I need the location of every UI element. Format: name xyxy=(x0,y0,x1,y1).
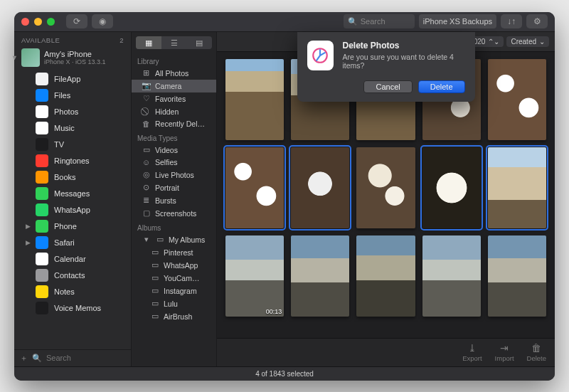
album-pinterest[interactable]: ▭Pinterest xyxy=(132,246,216,259)
sidebar-item-safari[interactable]: ▶Safari xyxy=(17,235,128,251)
photo-image xyxy=(356,147,415,228)
portrait-icon: ⊙ xyxy=(142,183,151,192)
sidebar-item-files[interactable]: Files xyxy=(17,88,128,104)
delete-button[interactable]: 🗑 Delete xyxy=(527,342,546,362)
confirm-delete-button[interactable]: Delete xyxy=(418,80,465,93)
photo-thumbnail[interactable] xyxy=(291,147,349,228)
photo-thumbnail[interactable] xyxy=(356,147,415,228)
category-recently-del-[interactable]: 🗑Recently Del… xyxy=(132,118,216,130)
toolbar-search[interactable]: 🔍 Search xyxy=(344,14,415,28)
device-row[interactable]: ▼ Amy's iPhone iPhone X · iOS 13.3.1 xyxy=(14,46,131,71)
sidebar-item-whatsapp[interactable]: WhatsApp xyxy=(17,202,128,218)
photo-image xyxy=(225,147,284,228)
sidebar-item-tv[interactable]: TV xyxy=(17,137,128,153)
album-lulu[interactable]: ▭Lulu xyxy=(132,297,216,310)
delete-confirm-dialog: Delete Photos Are you sure you want to d… xyxy=(297,32,475,102)
close-window-button[interactable] xyxy=(21,18,29,26)
category-label: All Photos xyxy=(155,69,188,78)
category-label: Camera xyxy=(155,82,181,90)
sidebar-item-messages[interactable]: Messages xyxy=(17,186,128,202)
app-window: ⟳ ◉ 🔍 Search iPhone XS Backups ↓↑ ⚙ AVAI… xyxy=(14,12,555,381)
sidebar-item-music[interactable]: Music xyxy=(17,120,128,137)
photo-thumbnail[interactable]: 00:13 xyxy=(225,235,284,317)
category-favorites[interactable]: ♡Favorites xyxy=(132,92,216,105)
photo-thumbnail[interactable] xyxy=(225,59,284,140)
albums-root[interactable]: ▾▭My Albums xyxy=(132,233,216,246)
export-button[interactable]: ⤓ Export xyxy=(462,342,482,362)
settings-button[interactable]: ⚙ xyxy=(526,14,548,28)
app-icon xyxy=(36,187,48,200)
photo-thumbnail[interactable] xyxy=(356,235,415,317)
available-label: AVAILABLE xyxy=(21,36,60,44)
category-live-photos[interactable]: ◎Live Photos xyxy=(132,169,216,181)
sort-dropdown[interactable]: Created ⌄ xyxy=(506,36,549,47)
category-sidebar: ▦ ☰ ▤ Library⊞All Photos📷Camera♡Favorite… xyxy=(132,32,217,366)
column-view-icon[interactable]: ▤ xyxy=(186,36,212,49)
import-button[interactable]: ⇥ Import xyxy=(495,342,514,362)
category-portrait[interactable]: ⊙Portrait xyxy=(132,181,216,194)
photo-image xyxy=(488,235,546,317)
sidebar-item-calendar[interactable]: Calendar xyxy=(17,251,128,267)
photo-thumbnail[interactable] xyxy=(422,147,481,228)
category-label: Live Photos xyxy=(155,171,194,179)
grid-view-icon[interactable]: ▦ xyxy=(136,36,161,49)
cancel-button[interactable]: Cancel xyxy=(363,80,412,93)
export-icon: ⤓ xyxy=(462,342,482,354)
app-icon xyxy=(36,203,48,216)
category-screenshots[interactable]: ▢Screenshots xyxy=(132,207,216,220)
photo-image xyxy=(488,59,546,140)
sidebar-item-notes[interactable]: Notes xyxy=(17,284,128,300)
category-bursts[interactable]: ≣Bursts xyxy=(132,194,216,207)
zoom-window-button[interactable] xyxy=(47,18,55,26)
category-hidden[interactable]: ⃠Hidden xyxy=(132,105,216,118)
photo-thumbnail[interactable] xyxy=(422,235,481,317)
app-icon xyxy=(36,236,48,249)
photo-thumbnail[interactable] xyxy=(488,235,546,317)
album-whatsapp[interactable]: ▭WhatsApp xyxy=(132,259,216,272)
sidebar-item-label: Photos xyxy=(54,107,78,116)
sidebar-item-label: Messages xyxy=(54,189,90,198)
photo-thumbnail[interactable] xyxy=(225,147,284,228)
album-label: Instagram xyxy=(164,287,197,295)
category-selfies[interactable]: ☺Selfies xyxy=(132,157,216,169)
sidebar-item-phone[interactable]: ▶Phone xyxy=(17,218,128,235)
app-list: FileAppFilesPhotosMusicTVRingtonesBooksM… xyxy=(14,71,131,349)
list-view-icon[interactable]: ☰ xyxy=(161,36,187,49)
sidebar-item-photos[interactable]: Photos xyxy=(17,104,128,120)
device-backups-dropdown[interactable]: iPhone XS Backups xyxy=(419,14,496,28)
sidebar-item-voice-memos[interactable]: Voice Memos xyxy=(17,300,128,317)
album-label: Lulu xyxy=(164,300,178,308)
photo-thumbnail[interactable] xyxy=(488,147,546,228)
camera-icon: 📷 xyxy=(142,81,151,90)
category-label: Recently Del… xyxy=(155,120,205,128)
album-airbrush[interactable]: ▭AirBrush xyxy=(132,310,216,323)
category-all-photos[interactable]: ⊞All Photos xyxy=(132,67,216,80)
heart-icon: ♡ xyxy=(142,94,151,103)
photo-thumbnail[interactable] xyxy=(488,59,546,140)
category-camera[interactable]: 📷Camera xyxy=(132,80,216,92)
album-instagram[interactable]: ▭Instagram xyxy=(132,285,216,297)
minimize-window-button[interactable] xyxy=(34,18,42,26)
preview-button[interactable]: ◉ xyxy=(92,14,113,28)
refresh-button[interactable]: ⟳ xyxy=(66,14,87,28)
add-button[interactable]: ＋ xyxy=(20,353,28,364)
chevron-down-icon: ▾ xyxy=(142,235,151,244)
sidebar-item-fileapp[interactable]: FileApp xyxy=(17,71,128,88)
view-mode-toggle[interactable]: ▦ ☰ ▤ xyxy=(136,36,212,49)
sidebar-item-label: Music xyxy=(54,124,75,132)
sidebar-item-ringtones[interactable]: Ringtones xyxy=(17,153,128,169)
album-youcam-[interactable]: ▭YouCam… xyxy=(132,272,216,285)
chevron-right-icon: ▶ xyxy=(26,239,31,246)
stepper-icon: ⌃⌄ xyxy=(488,38,499,46)
category-videos[interactable]: ▭Videos xyxy=(132,144,216,157)
sidebar-item-contacts[interactable]: Contacts xyxy=(17,267,128,284)
transfers-button[interactable]: ↓↑ xyxy=(501,14,522,28)
photo-thumbnail[interactable] xyxy=(291,235,349,317)
photo-image xyxy=(291,235,349,317)
sidebar-search-input[interactable] xyxy=(46,354,144,362)
category-list: Library⊞All Photos📷Camera♡Favorites⃠Hidd… xyxy=(132,53,216,366)
sidebar-footer: ＋ 🔍 xyxy=(14,349,131,366)
app-icon xyxy=(36,285,48,298)
sidebar-item-books[interactable]: Books xyxy=(17,169,128,186)
category-label: Videos xyxy=(155,146,178,154)
